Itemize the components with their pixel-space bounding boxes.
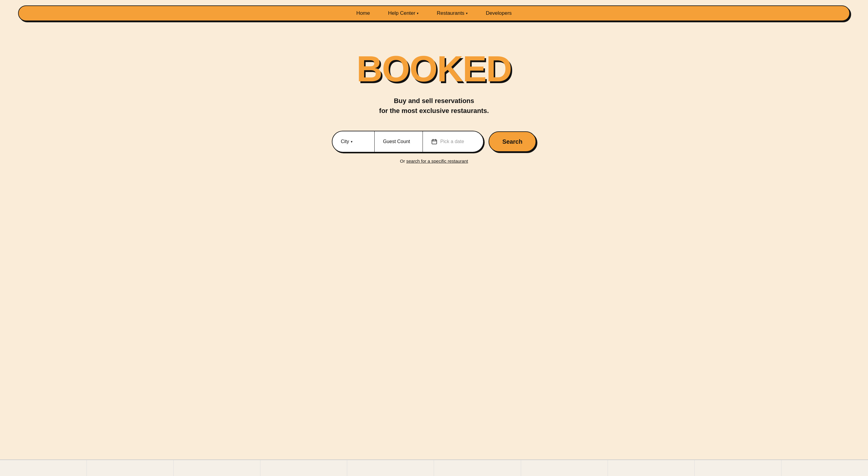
nav-developers-label: Developers [486, 10, 512, 16]
bottom-grid [0, 459, 868, 476]
hero-subtitle-line1: Buy and sell reservations [394, 97, 474, 104]
city-label: City ▾ [341, 139, 353, 144]
grid-cell [434, 460, 521, 476]
nav-restaurants[interactable]: Restaurants ▾ [437, 10, 468, 16]
grid-cell [521, 460, 608, 476]
date-field[interactable]: Pick a date [423, 131, 483, 152]
date-placeholder: Pick a date [440, 139, 464, 144]
hero-subtitle: Buy and sell reservations for the most e… [379, 96, 489, 116]
hero-title: BOOKED [356, 51, 512, 87]
nav-help-center-label: Help Center [388, 10, 415, 16]
grid-cell [347, 460, 434, 476]
grid-cell [608, 460, 695, 476]
search-bar-container: City ▾ Guest Count Pick a dat [332, 131, 536, 153]
search-button-label: Search [502, 138, 523, 145]
nav-help-center[interactable]: Help Center ▾ [388, 10, 418, 16]
chevron-down-icon: ▾ [466, 11, 468, 15]
grid-cell [695, 460, 781, 476]
grid-cell [0, 460, 87, 476]
chevron-down-icon: ▾ [417, 11, 418, 15]
grid-cell [260, 460, 347, 476]
guest-count-label: Guest Count [383, 139, 410, 144]
calendar-icon [431, 138, 437, 145]
nav-home[interactable]: Home [356, 10, 370, 16]
search-button[interactable]: Search [489, 131, 536, 152]
search-inputs: City ▾ Guest Count Pick a dat [332, 131, 484, 153]
city-field[interactable]: City ▾ [333, 131, 375, 152]
nav-developers[interactable]: Developers [486, 10, 512, 16]
guest-count-field[interactable]: Guest Count [375, 131, 423, 152]
hero-section: BOOKED Buy and sell reservations for the… [0, 27, 868, 182]
nav-home-label: Home [356, 10, 370, 16]
grid-cell [781, 460, 868, 476]
navbar-wrapper: Home Help Center ▾ Restaurants ▾ Develop… [0, 0, 868, 27]
city-chevron-icon: ▾ [351, 140, 352, 144]
nav-restaurants-label: Restaurants [437, 10, 464, 16]
hero-subtitle-line2: for the most exclusive restaurants. [379, 107, 489, 115]
or-link-text: Or search for a specific restaurant [400, 158, 468, 164]
navbar: Home Help Center ▾ Restaurants ▾ Develop… [18, 5, 850, 21]
specific-restaurant-link[interactable]: search for a specific restaurant [406, 158, 468, 164]
grid-cell [87, 460, 174, 476]
city-text: City [341, 139, 349, 144]
svg-rect-0 [432, 140, 437, 144]
grid-cell [174, 460, 260, 476]
